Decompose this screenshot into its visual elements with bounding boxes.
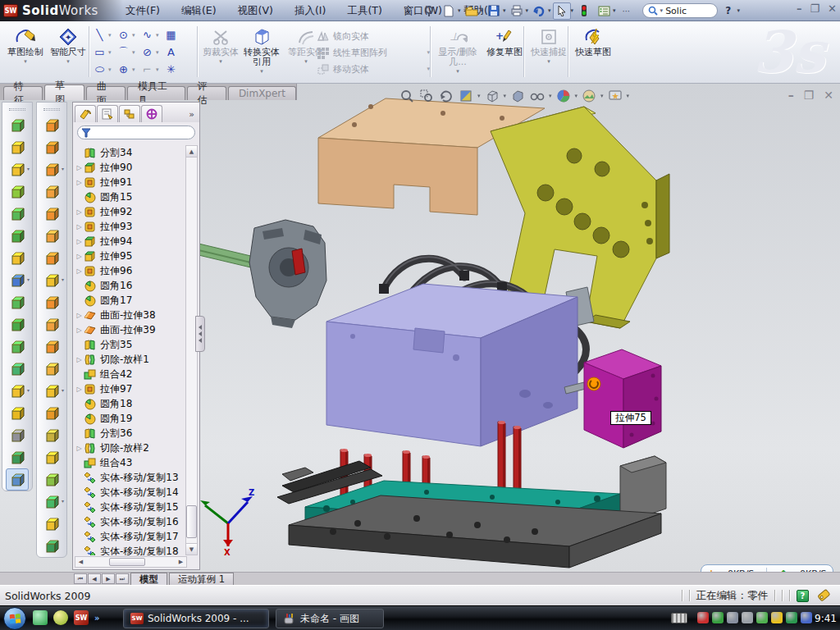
toolbar-icon-ltb1-8[interactable] [6,291,29,313]
window-close-button[interactable]: ✕ [828,2,837,15]
sketch-text-icon[interactable]: A [163,44,179,60]
arc-icon[interactable]: ⌒ [116,44,131,60]
expand-arrow-icon[interactable]: ▷ [75,164,84,171]
toolbar-icon-ltb1-3[interactable] [6,180,29,203]
tree-horizontal-scrollbar[interactable]: ◀ ▶ [75,556,187,568]
toolbar-icon-ltb2-3[interactable] [40,180,63,203]
tree-item-13[interactable]: 分割35 [75,337,186,352]
command-tab-1[interactable]: 草图 [44,84,84,100]
start-button[interactable] [3,607,26,630]
view-orientation-icon[interactable] [484,88,500,104]
toolbar-icon-ltb1-13[interactable] [6,402,29,424]
menu-item-1[interactable]: 编辑(E) [171,1,227,21]
smart-dimension-button[interactable]: ✦ 智能尺寸▾ [48,25,89,80]
tree-item-10[interactable]: 圆角17 [75,293,186,308]
tree-item-9[interactable]: 圆角16 [75,278,186,293]
display-style-icon[interactable] [509,88,526,104]
tree-item-25[interactable]: 实体-移动/复制16 [75,514,186,529]
expand-arrow-icon[interactable]: ▷ [75,238,84,245]
quick-tips-icon[interactable]: ? [797,590,809,602]
traffic-light-icon[interactable] [575,2,593,20]
ellipse-icon[interactable]: ⊘ [139,44,155,60]
window-restore-button[interactable]: ❐ [810,2,819,15]
spline-icon[interactable]: ∿ [139,27,155,43]
display-delete-relations-button[interactable]: ⊥ 显示/删除几...▾ [435,25,481,80]
menu-item-0[interactable]: 文件(F) [115,1,171,21]
toolbar-icon-ltb1-2[interactable]: ▾ [6,158,29,180]
doc-minimize-button[interactable]: – [788,89,794,102]
toolbar-icon-ltb2-2[interactable]: ▾ [40,158,63,180]
expand-arrow-icon[interactable]: ▷ [75,356,84,363]
tree-item-0[interactable]: 分割34 [75,145,186,160]
antivirus-shield-red-icon[interactable] [697,612,709,623]
property-manager-tab[interactable] [97,105,118,122]
tree-item-12[interactable]: ▷曲面-拉伸39 [75,322,186,337]
select-tool-icon[interactable] [553,2,571,20]
toolbar-icon-ltb1-10[interactable] [6,336,29,358]
tag-icon[interactable] [815,588,832,603]
command-tab-2[interactable]: 曲面 [86,86,126,100]
network-green-icon[interactable] [756,612,768,623]
model-tab-1[interactable]: 运动算例 1 [169,573,234,585]
expand-arrow-icon[interactable]: ▷ [75,253,84,260]
toolbar-icon-ltb2-9[interactable] [40,313,63,336]
circle-icon[interactable]: ⊙ [116,27,131,43]
toolbar-icon-ltb1-9[interactable] [6,313,29,336]
new-document-icon[interactable] [440,2,458,20]
toolbar-icon-ltb2-7[interactable]: ▾ [40,269,63,291]
expand-arrow-icon[interactable]: ▷ [75,445,84,452]
command-tab-3[interactable]: 模具工具 [127,86,185,100]
expand-arrow-icon[interactable]: ▷ [75,223,84,231]
tree-item-14[interactable]: ▷切除-放样1 [75,352,186,367]
tree-item-8[interactable]: ▷拉伸96 [75,263,186,278]
command-tab-0[interactable]: 特征 [3,86,43,100]
toolbar-icon-ltb1-7[interactable]: ▾ [6,269,29,291]
next-tab-button[interactable]: ▶ [102,573,115,584]
tree-item-20[interactable]: ▷切除-放样2 [75,441,186,455]
pin-icon[interactable] [420,2,438,20]
zoom-fit-icon[interactable] [399,88,415,104]
help-icon[interactable]: ? [719,2,737,20]
toolbar-icon-ltb1-16[interactable] [6,468,29,491]
overflow-icon[interactable]: ⋯ [618,2,636,20]
expand-arrow-icon[interactable]: ▷ [75,267,84,275]
tree-filter-input[interactable] [77,126,195,139]
prev-tab-button[interactable]: ◀ [88,573,101,584]
doc-close-button[interactable]: ✕ [824,89,833,102]
scroll-down-arrow[interactable]: ▼ [186,543,197,555]
tree-item-23[interactable]: 实体-移动/复制14 [75,485,186,500]
rapid-sketch-button[interactable]: 快速草图 [573,25,614,80]
search-input[interactable]: ▾ Solic [642,3,718,18]
window-minimize-button[interactable]: – [797,2,802,15]
command-tab-4[interactable]: 评估 [187,86,226,100]
move-entities-button[interactable]: 移动实体▾ [317,61,423,77]
expand-arrow-icon[interactable]: ▷ [75,179,84,186]
command-tab-5[interactable]: DimXpert [228,86,296,100]
toolbar-icon-ltb1-14[interactable] [6,424,29,446]
toolbar-icon-ltb2-19[interactable] [40,535,63,557]
task-button-1[interactable]: 未命名 - 画图 [276,609,384,628]
toolbar-icon-ltb1-4[interactable] [6,203,29,225]
update-badge-icon[interactable] [727,612,738,623]
tree-item-4[interactable]: ▷拉伸92 [75,204,186,219]
edit-appearance-icon[interactable] [555,88,572,104]
toolbar-icon-ltb2-5[interactable] [40,225,63,247]
save-icon[interactable] [485,2,503,20]
dimxpert-manager-tab[interactable] [141,105,162,122]
view-settings-icon[interactable] [607,88,623,104]
expand-arrow-icon[interactable]: ▷ [75,312,84,319]
linear-sketch-pattern-button[interactable]: 线性草图阵列▾ [317,44,423,61]
apply-scene-icon[interactable] [581,88,597,104]
menu-item-4[interactable]: 工具(T) [336,1,392,21]
keyboard-layout-icon[interactable] [671,613,687,623]
toolbar-icon-ltb2-18[interactable] [40,513,63,535]
tree-item-5[interactable]: ▷拉伸93 [75,219,186,234]
zoom-area-icon[interactable] [418,88,435,104]
tree-item-27[interactable]: 实体-移动/复制18 [75,544,186,555]
tree-item-22[interactable]: 实体-移动/复制13 [75,470,186,485]
tree-item-16[interactable]: ▷拉伸97 [75,381,186,396]
volume-icon[interactable] [742,612,753,623]
blocked-blue-icon[interactable] [801,612,812,623]
rotate-view-icon[interactable] [438,88,454,104]
convert-entities-button[interactable]: 转换实体引用▾ [240,25,284,80]
